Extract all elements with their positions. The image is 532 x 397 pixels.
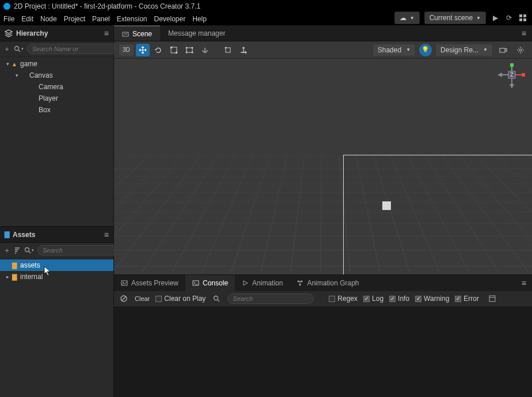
assets-item[interactable]: ▸▇internal: [0, 271, 113, 283]
menu-help[interactable]: Help: [192, 15, 207, 23]
svg-rect-2: [519, 18, 522, 21]
tab-scene[interactable]: Scene: [114, 25, 160, 41]
error-checkbox[interactable]: ✓Error: [455, 295, 479, 303]
chevron-down-icon: ▼: [410, 16, 415, 21]
clear-console-icon[interactable]: [119, 293, 129, 304]
assets-tree: ▇assets▸▇internal: [0, 258, 113, 397]
box-node[interactable]: [382, 201, 391, 210]
tab-console[interactable]: Console: [185, 275, 235, 291]
add-asset-button[interactable]: ＋: [3, 245, 10, 255]
anchor-tool-button[interactable]: [198, 44, 212, 56]
log-checkbox[interactable]: ✓Log: [363, 295, 383, 303]
play-button[interactable]: ▶: [491, 13, 500, 22]
tab-message-manager[interactable]: Message manager: [160, 25, 233, 41]
scene-tabs: SceneMessage manager≡: [114, 25, 532, 41]
svg-rect-10: [170, 47, 172, 48]
hierarchy-menu-icon[interactable]: ≡: [104, 29, 109, 38]
menu-project[interactable]: Project: [64, 15, 85, 23]
grid-toggle-button[interactable]: [518, 13, 527, 22]
svg-rect-1: [523, 14, 526, 17]
hierarchy-item[interactable]: Camera: [0, 81, 113, 93]
axis-gizmo[interactable]: z: [497, 63, 526, 86]
svg-line-41: [218, 300, 219, 301]
svg-rect-23: [510, 63, 514, 67]
warning-checkbox[interactable]: ✓Warning: [415, 295, 449, 303]
clear-button[interactable]: Clear: [135, 295, 150, 302]
scene-dd-label: Current scene: [430, 14, 473, 22]
menu-extension[interactable]: Extension: [117, 15, 147, 23]
hierarchy-title: Hierarchy: [16, 29, 48, 37]
menu-file[interactable]: File: [3, 15, 14, 23]
hierarchy-item[interactable]: ▾▲game: [0, 58, 113, 70]
move-tool-button[interactable]: [136, 44, 150, 56]
title-bar: 2D Project : Untitled* - first-2d-platfo…: [0, 0, 532, 13]
clear-on-play-checkbox[interactable]: Clear on Play: [155, 295, 206, 303]
svg-point-16: [191, 51, 193, 53]
svg-marker-27: [497, 72, 502, 77]
tab-animation-graph[interactable]: Animation Graph: [290, 275, 366, 291]
pivot-button[interactable]: [221, 44, 235, 56]
menu-node[interactable]: Node: [40, 15, 57, 23]
app-logo-icon: [3, 3, 10, 10]
menu-bar: File Edit Node Project Panel Extension D…: [0, 13, 532, 25]
resolution-dropdown[interactable]: Design Re... ▼: [435, 44, 493, 56]
regex-checkbox[interactable]: Regex: [329, 295, 358, 303]
tab-animation[interactable]: Animation: [235, 275, 290, 291]
camera-tool-button[interactable]: [496, 44, 510, 56]
hierarchy-item[interactable]: Box: [0, 104, 113, 116]
hierarchy-toolbar: ＋ ▾ ≡: [0, 41, 113, 57]
svg-marker-31: [510, 84, 514, 89]
window-title: 2D Project : Untitled* - first-2d-platfo…: [14, 2, 200, 10]
svg-point-6: [25, 248, 29, 252]
svg-rect-17: [226, 48, 230, 52]
hierarchy-header: Hierarchy ≡: [0, 25, 113, 41]
layers-icon: [5, 29, 13, 37]
svg-line-39: [121, 296, 126, 301]
sort-button[interactable]: [14, 245, 21, 255]
svg-point-40: [214, 296, 218, 300]
3d-toggle-button[interactable]: 3D: [119, 44, 134, 56]
console-search-input[interactable]: [227, 293, 314, 304]
assets-menu-icon[interactable]: ≡: [104, 230, 109, 239]
add-node-button[interactable]: ＋: [3, 44, 10, 54]
scene-dropdown[interactable]: Current scene ▼: [424, 12, 486, 24]
assets-item[interactable]: ▇assets: [0, 259, 113, 271]
search-icon: [211, 293, 222, 304]
scale-tool-button[interactable]: [167, 44, 181, 56]
hierarchy-item[interactable]: ▾Canvas: [0, 70, 113, 81]
hierarchy-search-input[interactable]: [27, 44, 117, 54]
refresh-button[interactable]: ⟳: [504, 13, 514, 22]
preview-platform-dropdown[interactable]: ☁ ▼: [394, 12, 420, 24]
svg-line-5: [18, 50, 20, 52]
tab-assets-preview[interactable]: Assets Preview: [114, 275, 185, 291]
console-options-icon[interactable]: [487, 293, 497, 304]
rotate-tool-button[interactable]: [151, 44, 165, 56]
info-checkbox[interactable]: ✓Info: [389, 295, 409, 303]
local-world-button[interactable]: [237, 44, 250, 56]
scene-panel-menu-icon[interactable]: ≡: [516, 29, 532, 38]
svg-point-18: [225, 47, 226, 48]
hierarchy-tree: ▾▲game▾CanvasCameraPlayerBox: [0, 57, 113, 226]
svg-rect-0: [519, 14, 522, 17]
svg-rect-3: [523, 18, 526, 21]
assets-toolbar: ＋ ▾ ≡ ⟳: [0, 243, 113, 258]
light-toggle-button[interactable]: 💡: [419, 44, 432, 56]
menu-panel[interactable]: Panel: [92, 15, 110, 23]
scene-viewport[interactable]: z: [114, 59, 532, 274]
menu-developer[interactable]: Developer: [154, 15, 185, 23]
bottom-panel-menu-icon[interactable]: ≡: [516, 278, 532, 288]
chevron-down-icon: ▼: [483, 47, 488, 52]
canvas-bounds: [343, 155, 532, 274]
hierarchy-item[interactable]: Player: [0, 93, 113, 104]
settings-button[interactable]: [514, 44, 527, 56]
rect-tool-button[interactable]: [183, 44, 196, 56]
bottom-tabs: Assets PreviewConsoleAnimationAnimation …: [114, 275, 532, 291]
chevron-down-icon: ▼: [476, 16, 481, 21]
svg-rect-19: [500, 48, 505, 52]
search-icon[interactable]: ▾: [24, 245, 34, 255]
shading-dropdown[interactable]: Shaded ▼: [373, 44, 416, 56]
svg-text:z: z: [510, 70, 514, 78]
menu-edit[interactable]: Edit: [21, 15, 33, 23]
search-icon[interactable]: ▾: [14, 44, 24, 54]
svg-point-4: [15, 47, 19, 51]
